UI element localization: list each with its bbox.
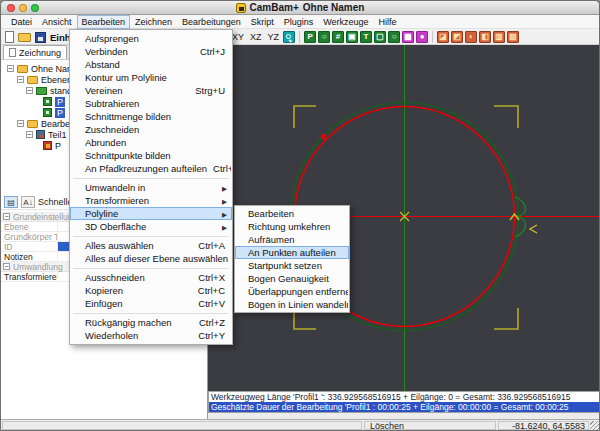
resize-grip[interactable] [590,421,599,430]
draw-circle-icon[interactable]: ○ [318,31,330,43]
menu-item-schnittmenge-bilden[interactable]: Schnittmenge bilden [70,110,232,123]
menu-item-label: Alles auswählen [85,240,192,251]
menu-skript[interactable]: Skript [246,15,279,29]
menu-item-label: Kontur um Polylinie [85,72,225,83]
collapse-icon[interactable]: − [3,263,10,270]
collapse-icon[interactable]: − [17,120,24,127]
submenu-item-startpunkt-setzen[interactable]: Startpunkt setzen [235,259,349,272]
menu-bearbeiten[interactable]: Bearbeiten [77,15,131,29]
menu-item-transformieren[interactable]: Transformieren ▶ [70,194,232,207]
collapse-icon[interactable]: − [17,76,24,83]
statusbar-coordinates: -81.6240, 64.5583 [498,421,589,430]
menu-item-rueckgaengig-machen[interactable]: Rückgängig machen Ctrl+Z [70,316,232,329]
tree-label-selected: P [55,108,65,118]
draw-ellipse-icon[interactable]: ○ [388,31,400,43]
menu-hilfe[interactable]: Hilfe [374,15,402,29]
menu-item-schnittpunkte-bilden[interactable]: Schnittpunkte bilden [70,149,232,162]
menu-zeichnen[interactable]: Zeichnen [130,15,177,29]
menu-item-label: Bearbeiten [248,208,342,219]
menu-item-3d-oberflaeche[interactable]: 3D Oberfläche ▶ [70,220,232,233]
menu-item-alles-auswaehlen[interactable]: Alles auswählen Ctrl+A [70,239,232,252]
machine-op-4-icon[interactable]: ◧ [479,31,491,43]
menu-item-wiederholen[interactable]: Wiederholen Ctrl+Y [70,329,232,342]
polyline-icon [43,97,52,106]
layer-icon [36,87,47,95]
machining-duration-line[interactable]: Geschätzte Dauer der Bearbeitung 'Profil… [209,402,599,412]
menu-item-label: Schnittpunkte bilden [85,150,225,161]
open-file-icon[interactable] [18,33,31,42]
menu-item-kopieren[interactable]: Kopieren Ctrl+C [70,284,232,297]
submenu-item-boegen-in-linien-wandeln[interactable]: Bögen in Linien wandeln [235,298,349,311]
machine-op-1-icon[interactable]: ◪ [437,31,449,43]
menu-item-vereinen[interactable]: Vereinen Strg+U [70,84,232,97]
submenu-item-richtung-umkehren[interactable]: Richtung umkehren [235,220,349,233]
submenu-item-an-punkten-aufteilen[interactable]: An Punkten aufteilen [235,246,349,259]
toolpath-length-line[interactable]: Werkzeugweg Länge 'Profil1 ': 336.929568… [209,392,599,402]
menu-item-an-pfadkreuzungen-aufteilen[interactable]: An Pfadkreuzungen aufteilen Ctrl+B [70,162,232,175]
menu-item-polyline[interactable]: Polyline ▶ [70,207,232,220]
view-xz-button[interactable]: XZ [248,32,264,42]
draw-polyline-icon[interactable]: P [304,31,316,43]
menu-item-label: Alles auf dieser Ebene auswählen [85,253,228,264]
draw-rectangle-icon[interactable]: ▣ [346,31,358,43]
menu-item-alles-auf-dieser-ebene[interactable]: Alles auf dieser Ebene auswählen [70,252,232,265]
alphabetical-sort-icon[interactable]: A↓ [21,196,35,208]
menu-werkzeuge[interactable]: Werkzeuge [318,15,373,29]
zoom-fit-icon[interactable] [283,31,295,43]
menu-item-umwandeln-in[interactable]: Umwandeln in ▶ [70,181,232,194]
menu-item-abstand[interactable]: Abstand [70,58,232,71]
machine-op-2-icon[interactable]: ◩ [451,31,463,43]
tab-zeichnung[interactable]: Zeichnung [3,45,67,59]
tab-zeichnung-label: Zeichnung [19,48,61,58]
tree-label-selected: P [55,97,65,107]
save-file-icon[interactable] [35,32,46,43]
menu-item-abrunden[interactable]: Abrunden [70,136,232,149]
machine-op-6-icon[interactable]: ▨ [507,31,519,43]
menu-item-label: Einfügen [85,298,192,309]
categorized-view-icon[interactable]: ▤ [4,196,18,208]
menu-plugins[interactable]: Plugins [279,15,319,29]
menu-item-zuschneiden[interactable]: Zuschneiden [70,123,232,136]
collapse-icon[interactable]: − [3,213,10,220]
menubar: Datei Ansicht Bearbeiten Zeichnen Bearbe… [1,15,599,29]
menu-datei[interactable]: Datei [6,15,37,29]
close-button[interactable] [7,4,15,12]
menu-ansicht[interactable]: Ansicht [37,15,77,29]
new-file-icon[interactable] [5,31,14,43]
menu-item-label: Ausschneiden [85,272,192,283]
menu-bearbeitungen[interactable]: Bearbeitungen [177,15,246,29]
draw-surface-icon[interactable]: ▢ [374,31,386,43]
menu-item-label: 3D Oberfläche [85,221,225,232]
stock-corner-top-right [494,106,518,128]
property-label: Grundkörper Typ [1,232,58,241]
collapse-icon[interactable]: − [26,131,33,138]
submenu-item-bogen-genauigkeit[interactable]: Bogen Genauigkeit [235,272,349,285]
statusbar-empty-cell [2,421,362,430]
menu-item-label: Kopieren [85,285,192,296]
machine-op-5-icon[interactable]: ▥ [493,31,505,43]
collapse-icon[interactable]: − [7,65,14,72]
menu-item-kontur-um-polylinie[interactable]: Kontur um Polylinie [70,71,232,84]
menu-item-einfuegen[interactable]: Einfügen Ctrl+V [70,297,232,310]
menu-item-ausschneiden[interactable]: Ausschneiden Ctrl+X [70,271,232,284]
submenu-item-ueberlappungen-entfernen[interactable]: Überlappungen entfernen [235,285,349,298]
menu-shortcut: Ctrl+Z [199,317,225,328]
menu-item-verbinden[interactable]: Verbinden Ctrl+J [70,45,232,58]
draw-pointlist-icon[interactable]: # [332,31,344,43]
property-label: Ebene [1,222,58,231]
menu-shortcut: Ctrl+V [198,298,225,309]
view-yz-button[interactable]: YZ [266,32,282,42]
submenu-item-aufraeumen[interactable]: Aufräumen [235,233,349,246]
menu-item-subtrahieren[interactable]: Subtrahieren [70,97,232,110]
collapse-icon[interactable]: − [26,87,33,94]
minimize-button[interactable] [19,4,27,12]
submenu-item-bearbeiten[interactable]: Bearbeiten [235,207,349,220]
region-icon[interactable]: ● [416,31,428,43]
machine-op-3-icon[interactable]: ◐ [465,31,477,43]
draw-text-icon[interactable]: T [360,31,372,43]
menu-shortcut: Ctrl+B [213,163,232,174]
mesh-icon[interactable]: ▦ [402,31,414,43]
zoom-button[interactable] [31,4,39,12]
menu-item-aufsprengen[interactable]: Aufsprengen [70,32,232,45]
menu-item-label: Vereinen [85,85,189,96]
